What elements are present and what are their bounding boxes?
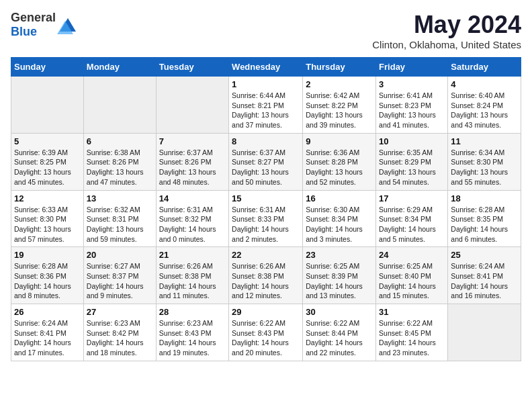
day-number: 20: [87, 250, 153, 260]
calendar-week-row: 26Sunrise: 6:24 AMSunset: 8:41 PMDayligh…: [11, 304, 521, 361]
day-info: Sunrise: 6:28 AMSunset: 8:35 PMDaylight:…: [451, 205, 518, 244]
calendar-cell: 16Sunrise: 6:30 AMSunset: 8:34 PMDayligh…: [303, 190, 376, 247]
day-number: 24: [379, 250, 445, 260]
calendar-cell: 6Sunrise: 6:38 AMSunset: 8:26 PMDaylight…: [83, 133, 156, 190]
day-info: Sunrise: 6:26 AMSunset: 8:38 PMDaylight:…: [159, 261, 226, 301]
calendar-cell: 8Sunrise: 6:37 AMSunset: 8:27 PMDaylight…: [229, 133, 303, 190]
calendar-cell: 29Sunrise: 6:22 AMSunset: 8:43 PMDayligh…: [229, 304, 303, 361]
calendar-cell: [448, 304, 521, 361]
calendar-week-row: 12Sunrise: 6:33 AMSunset: 8:30 PMDayligh…: [11, 190, 521, 247]
day-info: Sunrise: 6:30 AMSunset: 8:34 PMDaylight:…: [306, 205, 373, 244]
day-info: Sunrise: 6:22 AMSunset: 8:43 PMDaylight:…: [232, 318, 300, 358]
day-info: Sunrise: 6:31 AMSunset: 8:33 PMDaylight:…: [232, 205, 300, 244]
calendar-cell: 19Sunrise: 6:28 AMSunset: 8:36 PMDayligh…: [11, 247, 84, 304]
day-number: 8: [232, 136, 300, 146]
day-info: Sunrise: 6:28 AMSunset: 8:36 PMDaylight:…: [14, 261, 81, 301]
logo-general: General: [11, 11, 56, 24]
day-info: Sunrise: 6:29 AMSunset: 8:34 PMDaylight:…: [379, 205, 445, 244]
col-header-tuesday: Tuesday: [156, 58, 228, 77]
day-number: 9: [306, 136, 373, 146]
subtitle: Clinton, Oklahoma, United States: [372, 39, 521, 50]
day-number: 17: [379, 193, 445, 203]
day-number: 10: [379, 136, 445, 146]
col-header-sunday: Sunday: [11, 58, 84, 77]
day-info: Sunrise: 6:42 AMSunset: 8:22 PMDaylight:…: [306, 91, 373, 130]
calendar-header-row: SundayMondayTuesdayWednesdayThursdayFrid…: [11, 58, 521, 77]
day-info: Sunrise: 6:24 AMSunset: 8:41 PMDaylight:…: [451, 261, 518, 301]
logo: General Blue: [11, 11, 79, 39]
calendar-cell: 14Sunrise: 6:31 AMSunset: 8:32 PMDayligh…: [156, 190, 228, 247]
day-number: 25: [451, 250, 518, 260]
day-number: 11: [451, 136, 518, 146]
day-info: Sunrise: 6:44 AMSunset: 8:21 PMDaylight:…: [232, 91, 300, 130]
day-info: Sunrise: 6:25 AMSunset: 8:39 PMDaylight:…: [306, 261, 373, 301]
calendar-cell: 26Sunrise: 6:24 AMSunset: 8:41 PMDayligh…: [11, 304, 84, 361]
calendar-cell: 15Sunrise: 6:31 AMSunset: 8:33 PMDayligh…: [229, 190, 303, 247]
day-number: 13: [87, 193, 153, 203]
calendar-cell: 4Sunrise: 6:40 AMSunset: 8:24 PMDaylight…: [448, 77, 521, 134]
day-info: Sunrise: 6:34 AMSunset: 8:30 PMDaylight:…: [451, 148, 518, 187]
calendar-cell: 12Sunrise: 6:33 AMSunset: 8:30 PMDayligh…: [11, 190, 84, 247]
day-info: Sunrise: 6:22 AMSunset: 8:44 PMDaylight:…: [306, 318, 373, 358]
calendar-cell: 1Sunrise: 6:44 AMSunset: 8:21 PMDaylight…: [229, 77, 303, 134]
calendar-cell: 24Sunrise: 6:25 AMSunset: 8:40 PMDayligh…: [376, 247, 448, 304]
day-number: 26: [14, 307, 81, 317]
day-info: Sunrise: 6:35 AMSunset: 8:29 PMDaylight:…: [379, 148, 445, 187]
day-info: Sunrise: 6:25 AMSunset: 8:40 PMDaylight:…: [379, 261, 445, 301]
calendar-cell: 21Sunrise: 6:26 AMSunset: 8:38 PMDayligh…: [156, 247, 228, 304]
day-number: 31: [379, 307, 445, 317]
calendar-cell: 18Sunrise: 6:28 AMSunset: 8:35 PMDayligh…: [448, 190, 521, 247]
calendar-cell: 7Sunrise: 6:37 AMSunset: 8:26 PMDaylight…: [156, 133, 228, 190]
main-title: May 2024: [372, 11, 521, 39]
col-header-wednesday: Wednesday: [229, 58, 303, 77]
logo-blue: Blue: [11, 25, 37, 38]
calendar-cell: 5Sunrise: 6:39 AMSunset: 8:25 PMDaylight…: [11, 133, 84, 190]
day-info: Sunrise: 6:23 AMSunset: 8:43 PMDaylight:…: [159, 318, 226, 358]
col-header-thursday: Thursday: [303, 58, 376, 77]
logo-text: General Blue: [11, 11, 56, 39]
day-number: 23: [306, 250, 373, 260]
calendar-cell: 31Sunrise: 6:22 AMSunset: 8:45 PMDayligh…: [376, 304, 448, 361]
calendar-cell: 9Sunrise: 6:36 AMSunset: 8:28 PMDaylight…: [303, 133, 376, 190]
day-number: 15: [232, 193, 300, 203]
header: General Blue May 2024 Clinton, Oklahoma,…: [11, 11, 521, 50]
title-area: May 2024 Clinton, Oklahoma, United State…: [372, 11, 521, 50]
day-info: Sunrise: 6:37 AMSunset: 8:26 PMDaylight:…: [159, 148, 226, 187]
calendar-cell: 3Sunrise: 6:41 AMSunset: 8:23 PMDaylight…: [376, 77, 448, 134]
day-info: Sunrise: 6:23 AMSunset: 8:42 PMDaylight:…: [87, 318, 153, 358]
day-info: Sunrise: 6:27 AMSunset: 8:37 PMDaylight:…: [87, 261, 153, 301]
day-number: 3: [379, 79, 445, 89]
day-number: 4: [451, 79, 518, 89]
day-number: 12: [14, 193, 81, 203]
day-number: 30: [306, 307, 373, 317]
calendar-week-row: 19Sunrise: 6:28 AMSunset: 8:36 PMDayligh…: [11, 247, 521, 304]
calendar-cell: 30Sunrise: 6:22 AMSunset: 8:44 PMDayligh…: [303, 304, 376, 361]
calendar-cell: 28Sunrise: 6:23 AMSunset: 8:43 PMDayligh…: [156, 304, 228, 361]
day-number: 21: [159, 250, 226, 260]
col-header-friday: Friday: [376, 58, 448, 77]
calendar-week-row: 1Sunrise: 6:44 AMSunset: 8:21 PMDaylight…: [11, 77, 521, 134]
day-info: Sunrise: 6:39 AMSunset: 8:25 PMDaylight:…: [14, 148, 81, 187]
day-number: 28: [159, 307, 226, 317]
calendar-cell: 10Sunrise: 6:35 AMSunset: 8:29 PMDayligh…: [376, 133, 448, 190]
day-number: 16: [306, 193, 373, 203]
calendar-cell: 13Sunrise: 6:32 AMSunset: 8:31 PMDayligh…: [83, 190, 156, 247]
calendar-cell: [156, 77, 228, 134]
calendar-table: SundayMondayTuesdayWednesdayThursdayFrid…: [11, 57, 521, 361]
calendar-cell: [11, 77, 84, 134]
day-number: 29: [232, 307, 300, 317]
day-number: 14: [159, 193, 226, 203]
calendar-cell: 17Sunrise: 6:29 AMSunset: 8:34 PMDayligh…: [376, 190, 448, 247]
day-info: Sunrise: 6:37 AMSunset: 8:27 PMDaylight:…: [232, 148, 300, 187]
day-info: Sunrise: 6:22 AMSunset: 8:45 PMDaylight:…: [379, 318, 445, 358]
calendar-cell: 20Sunrise: 6:27 AMSunset: 8:37 PMDayligh…: [83, 247, 156, 304]
day-info: Sunrise: 6:41 AMSunset: 8:23 PMDaylight:…: [379, 91, 445, 130]
day-number: 1: [232, 79, 300, 89]
day-number: 19: [14, 250, 81, 260]
calendar-cell: 2Sunrise: 6:42 AMSunset: 8:22 PMDaylight…: [303, 77, 376, 134]
calendar-cell: 22Sunrise: 6:26 AMSunset: 8:38 PMDayligh…: [229, 247, 303, 304]
calendar-cell: [83, 77, 156, 134]
day-info: Sunrise: 6:36 AMSunset: 8:28 PMDaylight:…: [306, 148, 373, 187]
day-info: Sunrise: 6:26 AMSunset: 8:38 PMDaylight:…: [232, 261, 300, 301]
day-number: 2: [306, 79, 373, 89]
